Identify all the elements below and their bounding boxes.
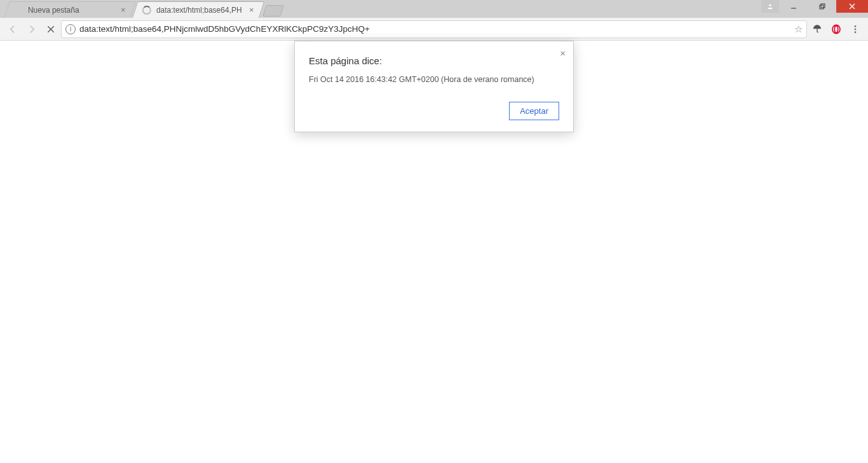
svg-point-0 [769,4,771,6]
extension-opera-icon[interactable] [827,20,845,38]
new-tab-button[interactable] [262,5,284,17]
loading-spinner-icon [142,5,152,15]
svg-point-12 [855,31,857,33]
back-button[interactable] [4,20,22,38]
blank-favicon [13,5,24,15]
svg-rect-3 [821,4,825,8]
bookmark-star-icon[interactable]: ☆ [794,24,803,35]
tab-label: Nueva pestaña [28,6,119,15]
forward-button[interactable] [23,20,41,38]
tab-label: data:text/html;base64,PH [156,6,247,15]
extension-umbrella-icon[interactable] [808,20,826,38]
tab-close-icon[interactable]: × [119,6,128,15]
dialog-title: Esta página dice: [309,55,559,66]
accept-button[interactable]: Aceptar [509,102,559,120]
window-close-button[interactable] [836,0,868,13]
dialog-close-icon[interactable]: × [560,48,566,59]
site-info-icon[interactable]: i [65,24,76,34]
stop-reload-button[interactable] [42,20,60,38]
svg-point-10 [855,25,857,27]
svg-point-11 [855,28,857,30]
toolbar: i data:text/html;base64,PHNjcmlwdD5hbGVy… [0,18,868,41]
window-controls [761,0,868,13]
page-content: × Esta página dice: Fri Oct 14 2016 16:4… [0,41,868,463]
tab-close-icon[interactable]: × [247,6,256,15]
dialog-actions: Aceptar [309,102,559,120]
maximize-button[interactable] [808,0,836,13]
svg-point-9 [834,25,837,32]
minimize-button[interactable] [779,0,808,13]
svg-rect-2 [820,5,824,9]
tab-active[interactable]: data:text/html;base64,PH × [132,1,264,18]
javascript-alert-dialog: × Esta página dice: Fri Oct 14 2016 16:4… [294,41,574,132]
address-bar[interactable]: i data:text/html;base64,PHNjcmlwdD5hbGVy… [61,20,807,38]
user-icon[interactable] [761,0,779,13]
titlebar: Nueva pestaña × data:text/html;base64,PH… [0,0,868,18]
tab-inactive[interactable]: Nueva pestaña × [4,1,136,18]
url-text: data:text/html;base64,PHNjcmlwdD5hbGVydC… [79,24,790,34]
dialog-message: Fri Oct 14 2016 16:43:42 GMT+0200 (Hora … [309,75,559,84]
chrome-menu-button[interactable] [846,20,864,38]
